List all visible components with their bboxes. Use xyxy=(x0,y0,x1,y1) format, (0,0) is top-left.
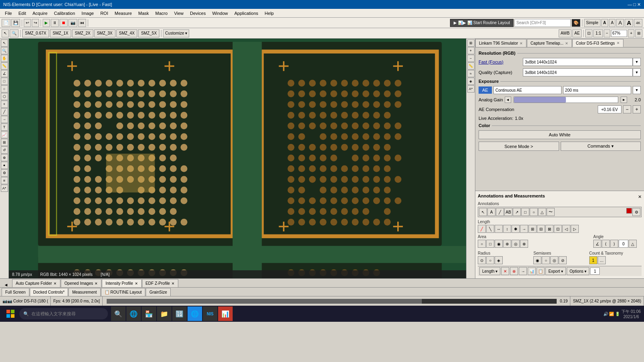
simple-btn[interactable]: Simple xyxy=(584,19,601,27)
ann-semi-2[interactable]: ○ xyxy=(542,256,550,264)
tab-auto-capture[interactable]: Auto Capture Folder ✕ xyxy=(12,279,60,287)
taskbar-search-btn[interactable]: 🔍 xyxy=(111,306,126,321)
menu-acquire[interactable]: Acquire xyxy=(29,10,51,16)
ae-comp-plus[interactable]: + xyxy=(633,105,641,113)
menu-window[interactable]: Window xyxy=(209,10,231,16)
layout-grainsize[interactable]: GrainSize xyxy=(146,288,171,296)
ann-len-11[interactable]: ◁ xyxy=(562,225,570,233)
ann-color-btn[interactable] xyxy=(626,208,632,214)
fast-focus-dropdown[interactable]: ▼ xyxy=(633,58,641,66)
mag-3x[interactable]: SMZ_3X xyxy=(94,29,116,37)
scene-mode-btn[interactable]: Scene Mode > xyxy=(479,142,559,151)
tab-auto-capture-close[interactable]: ✕ xyxy=(54,282,57,286)
strip-btn-5[interactable]: ≈ xyxy=(467,70,475,77)
minimize-btn[interactable]: — xyxy=(627,2,632,7)
ann-select-btn[interactable]: ↖ xyxy=(479,208,487,216)
menu-calibration[interactable]: Calibration xyxy=(51,10,78,16)
exposure-dropdown[interactable]: ▼ xyxy=(633,86,641,94)
layout-routine[interactable]: 📋 ROUTINE Layout xyxy=(101,288,146,296)
new-btn[interactable]: 📄 xyxy=(2,19,10,27)
mag-5x[interactable]: SMZ_5X xyxy=(138,29,159,37)
ann-export-btn[interactable]: Export ▾ xyxy=(545,267,566,275)
tool-settings[interactable]: ⚙ xyxy=(1,169,8,177)
ann-area-1[interactable]: ○ xyxy=(478,240,486,248)
ann-len-3[interactable]: ↔ xyxy=(495,225,503,233)
tool-point[interactable]: + xyxy=(1,101,8,108)
ann-count-1[interactable]: 1 xyxy=(589,256,597,264)
tool-calibrate[interactable]: ⊕ xyxy=(1,154,8,161)
gain-arrow-left[interactable]: ◄ xyxy=(505,97,511,103)
ann-area-6[interactable]: ⊗ xyxy=(520,240,528,248)
tab-capture-close[interactable]: ✕ xyxy=(565,41,568,45)
tab-intensity-profile[interactable]: Intensity Profile ✕ xyxy=(102,279,141,287)
stop-btn[interactable]: ⏹ xyxy=(60,19,68,27)
ann-close-icon[interactable]: ✕ xyxy=(638,194,642,200)
tool-grid[interactable]: ⊞ xyxy=(1,139,8,146)
commands-btn[interactable]: Commands ▾ xyxy=(561,142,641,151)
ann-settings-btn[interactable]: ⚙ xyxy=(632,208,640,216)
ann-len-10[interactable]: ⊡ xyxy=(554,225,562,233)
ann-area-3[interactable]: ◉ xyxy=(495,240,503,248)
ann-options-btn[interactable]: Options ▾ xyxy=(567,267,589,275)
capture-btn[interactable]: 📷 xyxy=(68,19,77,27)
quality-dropdown[interactable]: ▼ xyxy=(633,68,641,76)
tool-zoom-in[interactable]: 🔍 xyxy=(1,47,8,54)
tool-count[interactable]: ● xyxy=(1,162,8,169)
mag-067x[interactable]: SMZ_0.67X xyxy=(22,29,49,37)
ann-len-12[interactable]: ▷ xyxy=(571,225,579,233)
gain-slider[interactable] xyxy=(514,97,618,103)
menu-edit[interactable]: Edit xyxy=(15,10,29,16)
ann-len-2[interactable]: ╲ xyxy=(486,225,494,233)
ann-table-btn[interactable]: 📋 xyxy=(537,267,545,275)
tab-linkam-close[interactable]: ✕ xyxy=(520,41,523,45)
tool-script[interactable]: A* xyxy=(1,185,8,192)
menu-measure[interactable]: Measure xyxy=(111,10,135,16)
fit-btn[interactable]: ⊡ xyxy=(585,29,592,37)
menu-image[interactable]: Image xyxy=(78,10,97,16)
continuous-ae-select[interactable]: Continuous AE xyxy=(493,86,561,94)
strip-btn-2[interactable]: + xyxy=(467,47,475,54)
font-a4[interactable]: A xyxy=(625,19,633,27)
tab-opened-images[interactable]: Opened Images ✕ xyxy=(61,279,101,287)
tool-pointer[interactable]: ↖ xyxy=(2,29,9,37)
tool-rotate[interactable]: ↺ xyxy=(1,146,8,154)
ann-len-5[interactable]: ✱ xyxy=(512,225,520,233)
ann-delete-btn[interactable]: ✕ xyxy=(501,267,509,275)
color-btn[interactable]: 🎨 xyxy=(572,19,580,27)
ann-area-5[interactable]: ◎ xyxy=(512,240,520,248)
ann-angle-3[interactable]: ⟩ xyxy=(610,240,618,248)
ae-btn2[interactable]: AE xyxy=(572,29,582,37)
ann-text-btn[interactable]: A xyxy=(487,208,495,216)
ann-radius-1[interactable]: ⊙ xyxy=(478,256,486,264)
fast-focus-link[interactable]: Fast (Focus) xyxy=(479,60,504,64)
ann-angle-2[interactable]: ⟨ xyxy=(602,240,610,248)
ann-move-btn[interactable]: → xyxy=(519,267,527,275)
taskbar-calc-btn[interactable]: 🔢 xyxy=(172,306,187,321)
ann-semi-4[interactable]: ⊘ xyxy=(559,256,567,264)
live-btn[interactable]: ▶ xyxy=(43,19,50,27)
menu-mask[interactable]: Mask xyxy=(135,10,152,16)
tab-camera-close[interactable]: ✕ xyxy=(617,41,620,45)
ann-area-4[interactable]: ⊕ xyxy=(503,240,511,248)
ann-rect-btn[interactable]: □ xyxy=(521,208,529,216)
taskbar-browser-btn[interactable]: 🌐 xyxy=(126,306,141,321)
menu-help[interactable]: Help xyxy=(262,10,277,16)
strip-btn-6[interactable]: ◈ xyxy=(467,78,475,85)
mag-2x[interactable]: SMZ_2X xyxy=(72,29,93,37)
tab-edf-zprofile[interactable]: EDF Z-Profile ✕ xyxy=(142,279,179,287)
ann-angle-inc[interactable]: △ xyxy=(629,240,637,248)
tool-profile[interactable]: 📈 xyxy=(1,131,8,138)
tool-line[interactable]: ╱ xyxy=(1,108,8,115)
maximize-btn[interactable]: □ xyxy=(633,2,636,7)
ann-delete-all-btn[interactable]: ⊗ xyxy=(510,267,518,275)
ann-freehand-btn[interactable]: 〜 xyxy=(547,208,555,216)
tool-roi-ellipse[interactable]: ○ xyxy=(1,85,8,93)
ann-ellipse-btn[interactable]: ○ xyxy=(530,208,538,216)
tool-angle[interactable]: ∠ xyxy=(1,70,8,77)
tool-arrow[interactable]: → xyxy=(1,116,8,123)
ann-ab-btn[interactable]: AB xyxy=(504,208,512,216)
ann-semi-3[interactable]: ◎ xyxy=(550,256,558,264)
tab-opened-close[interactable]: ✕ xyxy=(95,282,98,286)
ann-line-draw-btn[interactable]: ╱ xyxy=(496,208,504,216)
tool-zoom[interactable]: 🔍 xyxy=(10,29,19,37)
